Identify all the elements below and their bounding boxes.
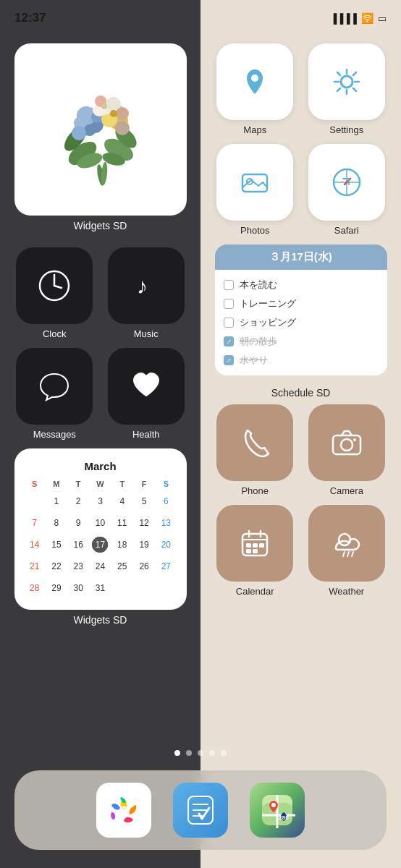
music-icon-bg[interactable]: ♪ [108,247,185,324]
cal-cell-4: 4 [112,491,132,511]
cal-cell-23: 23 [68,556,88,576]
app-icon-photos[interactable]: Photos [214,144,297,236]
camera-icon [329,425,365,461]
dock-tasks-svg [182,792,219,828]
app-icon-weather[interactable]: Weather [305,505,389,597]
app-icon-calendar[interactable]: Calendar [214,505,297,597]
app-icon-phone[interactable]: Phone [214,404,297,496]
page-dot-4[interactable] [209,750,215,756]
svg-line-53 [343,552,345,556]
cal-cell-10: 10 [90,513,110,533]
safari-icon [329,164,365,200]
app-grid: Clock ♪ Music Messages [13,247,187,440]
checkbox-3[interactable] [224,318,234,328]
calendar-widget[interactable]: March S M T W T F S 1 2 3 4 5 6 7 8 9 [14,448,187,610]
settings-icon-bg[interactable] [308,43,385,120]
svg-rect-45 [246,543,251,548]
page-dot-1[interactable] [174,750,180,756]
app-icon-camera[interactable]: Camera [305,404,389,496]
phone-label: Phone [241,485,269,496]
page-dot-5[interactable] [221,750,227,756]
music-icon: ♪ [128,268,164,304]
schedule-item-text-1: 本を読む [240,278,277,292]
schedule-item-4: ✓ 朝の散歩 [224,332,379,351]
safari-icon-bg[interactable] [308,144,385,221]
page-dot-2[interactable] [186,750,192,756]
status-time: 12:37 [14,11,46,25]
dock-maps-svg: 280 [259,792,295,828]
status-bar: 12:37 ▐▐▐▐ 🛜 ▭ [0,0,401,36]
app-icon-maps[interactable]: Maps [214,43,297,135]
cal-header-wed: W [90,478,110,490]
dock-photos-icon[interactable] [96,783,151,838]
svg-point-25 [110,110,117,117]
cal-cell-13: 13 [156,513,176,533]
cal-header-mon: M [46,478,67,490]
calendar-icon-bg[interactable] [216,505,293,582]
calendar-app-icon [237,525,273,561]
safari-label: Safari [334,225,359,236]
app-icon-safari[interactable]: Safari [305,144,389,236]
cal-header-tue: T [68,478,88,490]
cal-cell-17: 17 [92,537,108,553]
left-content: Widgets SD Clock ♪ Music [0,36,200,633]
phone-icon-bg[interactable] [216,404,293,481]
battery-icon: ▭ [378,13,387,24]
app-icon-health[interactable]: Health [105,348,188,440]
app-icon-music[interactable]: ♪ Music [105,247,188,339]
cal-cell-11: 11 [112,513,132,533]
cal-cell-19: 19 [134,535,154,555]
svg-point-32 [341,76,353,88]
app-icon-settings[interactable]: Settings [305,43,389,135]
brown-apps: Phone Camera [214,404,388,597]
messages-icon-bg[interactable] [16,348,93,425]
clock-icon-bg[interactable] [16,247,93,324]
weather-icon-bg[interactable] [308,505,385,582]
calendar-app-label: Calendar [236,586,274,597]
svg-point-22 [115,121,130,135]
svg-text:280: 280 [279,814,289,821]
messages-icon [36,368,72,404]
schedule-item-1: 本を読む [224,276,379,294]
app-icon-messages[interactable]: Messages [13,348,96,440]
flower-widget[interactable] [14,43,187,216]
app-icon-clock[interactable]: Clock [13,247,96,339]
svg-point-64 [271,803,276,807]
camera-icon-bg[interactable] [308,404,385,481]
checkbox-1[interactable] [224,280,234,290]
svg-line-51 [352,552,353,556]
svg-line-52 [347,552,349,556]
cal-cell-28: 28 [25,578,45,598]
checkbox-5[interactable]: ✓ [224,355,234,365]
cal-cell-14: 14 [25,535,45,555]
svg-point-24 [116,107,129,120]
checkbox-2[interactable] [224,299,234,309]
schedule-header: ３月17日(水) [215,244,387,270]
signal-icon: ▐▐▐▐ [330,13,357,24]
health-icon-bg[interactable] [108,348,185,425]
clock-label: Clock [43,328,67,339]
maps-icon-bg[interactable] [216,43,293,120]
svg-rect-47 [259,543,264,548]
flower-widget-label: Widgets SD [74,220,127,231]
svg-rect-48 [246,549,251,553]
svg-point-40 [353,438,356,441]
schedule-item-text-3: ショッピング [240,316,296,329]
calendar-month: March [25,460,177,472]
schedule-item-3: ショッピング [224,313,379,332]
calendar-grid: S M T W T F S 1 2 3 4 5 6 7 8 9 10 11 [25,478,177,598]
calendar-widget-label: Widgets SD [74,614,127,626]
dock-maps-icon[interactable]: 280 [250,783,305,838]
phone-icon [237,425,273,461]
cal-cell-7: 7 [25,513,45,533]
svg-point-21 [72,126,86,140]
schedule-widget[interactable]: ３月17日(水) 本を読む トレーニング ショッピング ✓ 朝の散歩 [215,244,387,375]
dock-tasks-icon[interactable] [173,783,228,838]
checkbox-4[interactable]: ✓ [224,336,234,346]
cal-cell-15: 15 [46,535,67,555]
cal-cell-22: 22 [46,556,67,576]
cal-cell-empty3 [134,578,154,598]
page-dot-3[interactable] [198,750,203,756]
photos-icon-bg[interactable] [216,144,293,221]
cal-cell-5: 5 [134,491,154,511]
